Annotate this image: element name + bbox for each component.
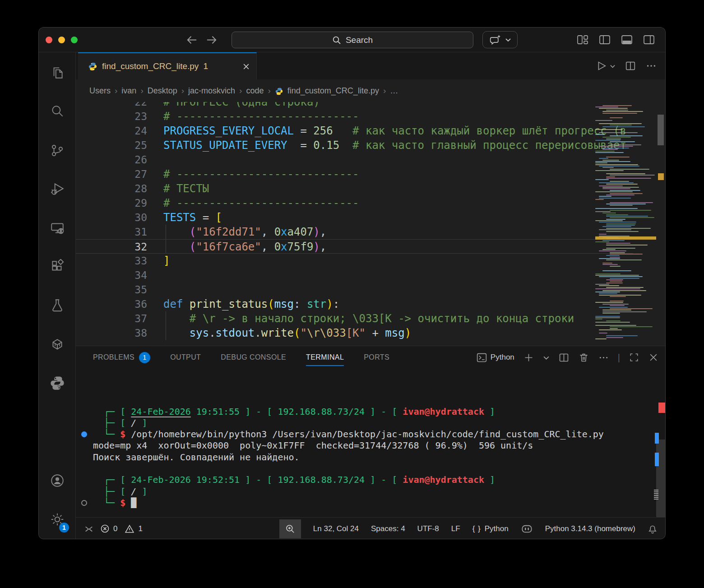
terminal-row: mode=mp x4 xorOut=0x0000 poly~0x1F7FF ch… — [93, 440, 654, 451]
eol-indicator[interactable]: LF — [451, 524, 460, 533]
warning-count: 1 — [138, 524, 142, 533]
remote-indicator-icon[interactable] — [84, 524, 94, 534]
window-controls — [46, 37, 78, 43]
minimap[interactable] — [595, 102, 656, 346]
breadcrumb-item[interactable]: Users — [89, 86, 111, 96]
toggle-secondary-sidebar-icon[interactable] — [643, 33, 655, 46]
kill-terminal-icon[interactable] — [578, 352, 589, 363]
code-line[interactable]: 29# ---------------------------- — [76, 196, 633, 210]
code-line[interactable]: 28# ТЕСТЫ — [76, 181, 633, 196]
notifications-bell-icon[interactable] — [648, 524, 658, 534]
indentation-indicator[interactable]: Spaces: 4 — [371, 524, 405, 533]
terminal-scrollbar[interactable] — [656, 440, 665, 517]
breadcrumb-item[interactable]: code — [246, 86, 264, 96]
terminal-marker-red — [658, 403, 665, 413]
python-extension-icon[interactable] — [39, 364, 75, 403]
maximize-panel-icon[interactable] — [629, 352, 639, 363]
containers-icon[interactable] — [39, 325, 75, 364]
code-line[interactable]: 23# ---------------------------- — [76, 109, 633, 124]
problems-count-badge: 1 — [139, 352, 150, 363]
command-decoration-dot — [81, 431, 87, 437]
code-line[interactable]: 26 — [76, 153, 633, 167]
chevron-right-icon: › — [268, 86, 270, 96]
explorer-icon[interactable] — [39, 53, 75, 92]
breadcrumb-item[interactable]: Desktop — [148, 86, 177, 96]
tab-filename: find_custom_CRC_lite.py — [102, 61, 199, 71]
tab-terminal[interactable]: TERMINAL — [306, 346, 344, 369]
command-center-search[interactable]: Search — [232, 32, 473, 48]
copilot-chat-icon — [489, 34, 501, 46]
minimize-window-button[interactable] — [58, 37, 65, 43]
code-line[interactable]: 35 — [76, 282, 633, 297]
breadcrumb-item[interactable]: ivan — [121, 86, 136, 96]
python-interpreter-indicator[interactable]: Python 3.14.3 (homebrew) — [545, 524, 635, 533]
encoding-indicator[interactable]: UTF-8 — [417, 524, 439, 533]
tab-find-custom-crc-lite[interactable]: find_custom_CRC_lite.py 1 — [78, 52, 257, 79]
copilot-chat-button[interactable] — [482, 31, 518, 48]
code-line[interactable]: 37 # \r -> в начало строки; \033[K -> оч… — [76, 311, 633, 326]
new-terminal-icon[interactable] — [523, 352, 534, 363]
terminal-shell-icon — [476, 352, 487, 363]
chevron-down-icon — [505, 37, 511, 43]
extensions-icon[interactable] — [39, 247, 75, 286]
tab-problems[interactable]: PROBLEMS 1 — [93, 346, 150, 369]
code-line[interactable]: 33] — [76, 254, 633, 268]
testing-icon[interactable] — [39, 286, 75, 325]
zoom-window-button[interactable] — [71, 37, 78, 43]
terminal-row: ┌─ [ 24-Feb-2026 19:51:55 ] - [ 192.168.… — [93, 406, 654, 417]
code-line[interactable]: 25STATUS_UPDATE_EVERY = 0.15 # как часто… — [76, 138, 633, 153]
code-line[interactable]: 31 ("16f2dd71", 0xa407), — [76, 225, 633, 239]
close-panel-icon[interactable] — [648, 352, 659, 363]
errors-warnings-indicator[interactable]: 0 1 — [100, 524, 143, 534]
zoom-status-item[interactable] — [279, 519, 301, 538]
modified-line-marker — [658, 173, 664, 180]
bottom-panel: PROBLEMS 1 OUTPUT DEBUG CONSOLE TERMINAL… — [76, 346, 665, 517]
code-line[interactable]: 30TESTS = [ — [76, 210, 633, 225]
search-sidebar-icon[interactable] — [39, 92, 75, 131]
status-bar: 0 1 Ln 32, Col 24 Spaces: 4 UTF-8 LF — [76, 517, 665, 539]
code-line[interactable]: 24PROGRESS_EVERY_LOCAL = 256 # как часто… — [76, 124, 633, 138]
code-line[interactable]: 34 — [76, 268, 633, 282]
vscode-window: Search — [38, 27, 666, 539]
copilot-status-icon[interactable] — [521, 523, 533, 534]
code-line[interactable]: 36def print_status(msg: str): — [76, 297, 633, 311]
tab-output[interactable]: OUTPUT — [170, 346, 201, 369]
code-editor[interactable]: 22# ПРОГРЕСС (одна строка)23# ----------… — [76, 102, 665, 346]
terminal-marker-blue — [655, 453, 659, 466]
editor-scrollbar-thumb[interactable] — [658, 115, 664, 145]
split-terminal-icon[interactable] — [558, 352, 570, 363]
toggle-panel-icon[interactable] — [621, 33, 633, 46]
tab-ports[interactable]: PORTS — [364, 346, 389, 369]
customize-layout-icon[interactable] — [576, 33, 589, 46]
breadcrumb-item-file[interactable]: find_custom_CRC_lite.py — [287, 86, 379, 96]
language-indicator[interactable]: { } Python — [472, 524, 509, 533]
forward-arrow-icon[interactable] — [206, 34, 218, 46]
settings-badge: 1 — [59, 523, 69, 532]
code-line[interactable]: 27# ---------------------------- — [76, 167, 633, 181]
split-editor-icon[interactable] — [625, 60, 636, 72]
breadcrumb-item[interactable]: jac-moskvich — [188, 86, 235, 96]
code-line[interactable]: 38 sys.stdout.write("\r\033[K" + msg) — [76, 326, 633, 340]
toggle-primary-sidebar-icon[interactable] — [598, 33, 611, 46]
remote-explorer-icon[interactable] — [39, 208, 75, 247]
tab-close-icon[interactable] — [242, 63, 250, 70]
python-file-icon — [88, 62, 97, 71]
tab-debug-console[interactable]: DEBUG CONSOLE — [221, 346, 286, 369]
code-line[interactable]: 32 ("16f7ca6e", 0x75f9), — [76, 239, 633, 254]
terminal-dropdown-chevron-icon[interactable] — [543, 354, 550, 361]
run-debug-icon[interactable] — [39, 170, 75, 208]
breadcrumb-ellipsis[interactable]: … — [390, 86, 398, 96]
more-actions-icon[interactable] — [645, 60, 657, 72]
terminal-rows: ┌─ [ 24-Feb-2026 19:51:55 ] - [ 192.168.… — [93, 406, 654, 509]
back-arrow-icon[interactable] — [185, 34, 198, 46]
accounts-icon[interactable] — [39, 461, 75, 500]
terminal-row: ├─ [ / ] — [93, 417, 654, 429]
terminal-output[interactable]: ┌─ [ 24-Feb-2026 19:51:55 ] - [ 192.168.… — [76, 369, 654, 517]
close-window-button[interactable] — [46, 37, 52, 43]
panel-more-actions-icon[interactable] — [598, 352, 609, 363]
source-control-icon[interactable] — [39, 131, 75, 170]
code-line[interactable]: 22# ПРОГРЕСС (одна строка) — [76, 102, 633, 109]
cursor-position-indicator[interactable]: Ln 32, Col 24 — [313, 524, 359, 533]
settings-gear-icon[interactable]: 1 — [39, 500, 75, 539]
run-python-file-icon[interactable] — [595, 60, 616, 72]
